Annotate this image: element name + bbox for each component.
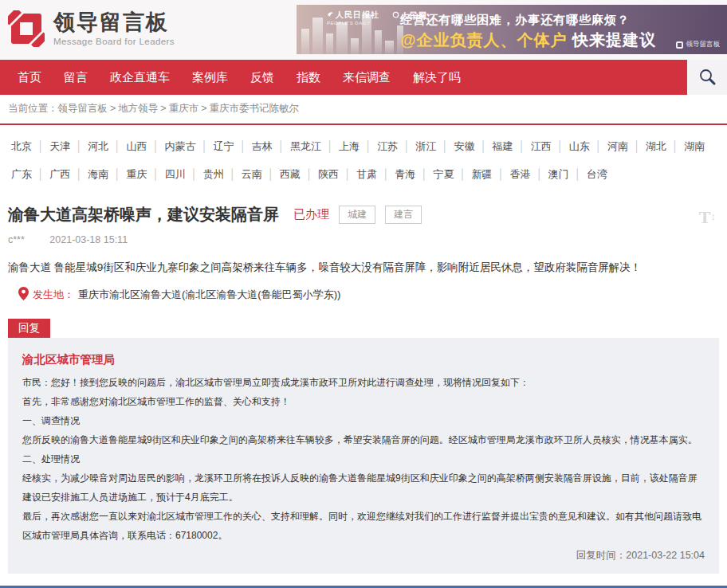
region-link[interactable]: 台湾 — [587, 168, 607, 180]
breadcrumb-link-2[interactable]: 地方领导 — [118, 103, 158, 114]
breadcrumb-separator: > — [110, 103, 116, 114]
region-separator: │ — [76, 140, 82, 152]
reply-department: 渝北区城市管理局 — [22, 351, 705, 368]
brand-logo[interactable]: 领导留言板 Message Board for Leaders — [8, 10, 175, 47]
nav-item-1[interactable]: 首页 — [6, 70, 53, 85]
nav-item-2[interactable]: 留言 — [53, 70, 99, 85]
message-detail: 渝鲁大道高架桥噪声，建议安装隔音屏 已办理 城建建言 T↕ c*** 2021-… — [0, 204, 727, 574]
breadcrumb-link-3[interactable]: 重庆市 — [169, 103, 199, 114]
region-separator: │ — [327, 140, 333, 152]
reply-paragraph-5: 二、处理情况 — [22, 449, 705, 468]
region-separator: │ — [37, 140, 44, 152]
font-size-icon[interactable]: T↕ — [699, 209, 716, 226]
region-link[interactable]: 北京 — [11, 140, 32, 152]
breadcrumb-label: 当前位置： — [8, 103, 58, 114]
search-icon — [698, 67, 717, 88]
location-value: 重庆市渝北区渝鲁大道(渝北区渝鲁大道(鲁能巴蜀小学东)) — [78, 288, 340, 302]
region-link[interactable]: 新疆 — [472, 168, 493, 180]
region-link[interactable]: 青海 — [395, 168, 415, 180]
region-separator: │ — [37, 168, 44, 180]
region-link[interactable]: 辽宁 — [214, 140, 234, 152]
tag-1[interactable]: 城建 — [339, 206, 375, 224]
reply-paragraph-1: 市民：您好！接到您反映的问题后，渝北区城市管理局立即责成龙溪市政环卫所对此进行调… — [22, 373, 705, 392]
region-separator: │ — [365, 140, 371, 152]
breadcrumb: 当前位置：领导留言板>地方领导>重庆市>重庆市委书记陈敏尔 — [0, 95, 727, 120]
region-link[interactable]: 西藏 — [280, 168, 301, 180]
region-separator: │ — [152, 168, 159, 180]
breadcrumb-separator: > — [160, 103, 166, 114]
main-nav-items: 首页留言政企直通车案例库反馈指数来信调查解决了吗 — [0, 60, 687, 95]
banner-corner-logo: 领导留言板 — [676, 40, 721, 49]
region-link[interactable]: 河南 — [607, 140, 628, 152]
region-link[interactable]: 上海 — [339, 140, 360, 152]
region-link[interactable]: 陕西 — [318, 168, 339, 180]
region-link[interactable]: 广西 — [49, 168, 70, 180]
region-separator: │ — [306, 168, 312, 180]
site-title: 领导留言板 — [53, 11, 175, 35]
region-separator: │ — [76, 168, 82, 180]
message-board-logo-icon — [8, 10, 45, 47]
breadcrumb-link-4[interactable]: 重庆市委书记陈敏尔 — [209, 103, 299, 114]
region-separator: │ — [191, 168, 198, 180]
reply-paragraph-6: 经核实，为减少噪音对周边居民的影响，龙溪环卫所将在投诉人反映的渝鲁大道鲁能星城9… — [22, 468, 705, 507]
nav-item-8[interactable]: 解决了吗 — [402, 70, 472, 85]
region-link[interactable]: 内蒙古 — [165, 140, 196, 152]
nav-item-5[interactable]: 反馈 — [239, 70, 285, 85]
reply-paragraph-2: 首先，非常感谢您对渝北区城市管理工作的监督、关心和支持！ — [22, 392, 705, 411]
status-badge: 已办理 — [293, 207, 329, 222]
region-separator: │ — [480, 140, 486, 152]
region-separator: │ — [268, 168, 274, 180]
region-separator: │ — [383, 168, 389, 180]
region-link[interactable]: 海南 — [88, 168, 108, 180]
region-link[interactable]: 贵州 — [203, 168, 224, 180]
banner-callout: @企业负责人、个体户 快来提建议 — [400, 29, 656, 51]
region-link[interactable]: 澳门 — [548, 168, 569, 180]
region-separator: │ — [240, 140, 246, 152]
message-title: 渝鲁大道高架桥噪声，建议安装隔音屏 — [8, 204, 279, 225]
region-separator: │ — [114, 140, 120, 152]
region-link[interactable]: 安徽 — [454, 140, 474, 152]
breadcrumb-link-1[interactable]: 领导留言板 — [58, 103, 108, 114]
peoples-net-icon — [392, 11, 399, 20]
region-link[interactable]: 江苏 — [377, 140, 398, 152]
search-button[interactable] — [687, 60, 727, 95]
breadcrumb-separator: > — [201, 103, 206, 114]
region-link[interactable]: 浙江 — [415, 140, 436, 152]
region-link[interactable]: 四川 — [165, 168, 186, 180]
region-link[interactable]: 福建 — [493, 140, 513, 152]
nav-item-3[interactable]: 政企直通车 — [99, 70, 181, 85]
region-link[interactable]: 黑龙江 — [290, 140, 321, 152]
reply-paragraph-4: 您所反映的渝鲁大道鲁能星城9街区和庆业印象之间的高架桥来往车辆较多，希望安装隔音… — [22, 430, 705, 449]
post-date: 2021-03-18 15:11 — [49, 234, 128, 245]
nav-item-7[interactable]: 来信调查 — [332, 70, 402, 85]
region-separator: │ — [344, 168, 351, 180]
region-link[interactable]: 江西 — [531, 140, 552, 152]
region-separator: │ — [557, 140, 564, 152]
nav-item-4[interactable]: 案例库 — [181, 70, 239, 85]
region-link[interactable]: 宁夏 — [433, 168, 454, 180]
region-link[interactable]: 湖南 — [684, 140, 705, 152]
region-separator: │ — [230, 168, 236, 180]
region-link[interactable]: 天津 — [49, 140, 70, 152]
region-link[interactable]: 重庆 — [126, 168, 147, 180]
region-link[interactable]: 吉林 — [252, 140, 273, 152]
region-separator: │ — [152, 140, 159, 152]
region-link[interactable]: 香港 — [510, 168, 531, 180]
region-link[interactable]: 山西 — [126, 140, 147, 152]
tag-2[interactable]: 建言 — [385, 206, 422, 224]
region-link[interactable]: 云南 — [242, 168, 262, 180]
region-link[interactable]: 河北 — [88, 140, 108, 152]
region-separator: │ — [595, 140, 602, 152]
region-group-2: 广东│广西│海南│重庆│四川│贵州│云南│西藏│陕西│甘肃│青海│宁夏│新疆│香… — [11, 163, 719, 185]
promo-banner[interactable]: 人民日报社 PEOPLE'S DAILY 人民网 经营还有哪些困难，办事还有哪些… — [297, 5, 727, 54]
nav-item-6[interactable]: 指数 — [285, 70, 332, 85]
region-separator: │ — [421, 168, 427, 180]
region-link[interactable]: 山东 — [569, 140, 590, 152]
location-pin-icon — [18, 287, 29, 303]
region-link[interactable]: 广东 — [11, 168, 32, 180]
region-link[interactable]: 湖北 — [646, 140, 666, 152]
reply-section-label: 回复 — [8, 319, 50, 338]
author: c*** — [8, 234, 25, 245]
region-link[interactable]: 甘肃 — [356, 168, 377, 180]
region-separator: │ — [403, 140, 410, 152]
